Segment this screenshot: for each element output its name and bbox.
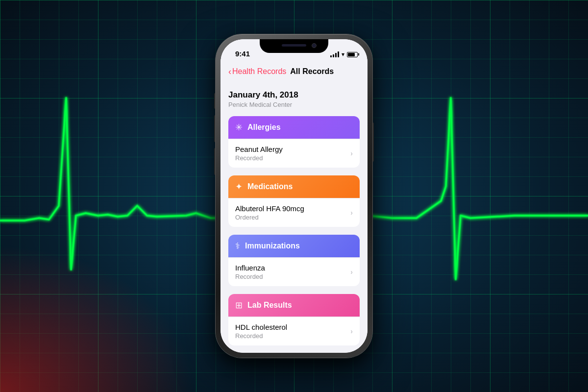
back-label: Health Records — [232, 67, 286, 76]
screen-content[interactable]: January 4th, 2018 Penick Medical Center … — [220, 82, 368, 353]
speaker — [282, 44, 306, 47]
allergies-title: Allergies — [247, 123, 281, 132]
record-date: January 4th, 2018 — [228, 90, 360, 100]
lab-results-icon: ⊞ — [235, 300, 243, 311]
list-item[interactable]: Albuterol HFA 90mcg Ordered › — [228, 198, 360, 227]
albuterol-info: Albuterol HFA 90mcg Ordered — [235, 204, 350, 221]
influenza-name: Influenza — [235, 264, 350, 272]
albuterol-status: Ordered — [235, 214, 350, 221]
nav-header: ‹ Health Records All Records — [220, 61, 368, 82]
peanut-allergy-info: Peanut Allergy Recorded — [235, 145, 350, 162]
influenza-info: Influenza Recorded — [235, 264, 350, 280]
battery-fill — [348, 53, 355, 56]
lab-results-header: ⊞ Lab Results — [228, 294, 360, 317]
signal-icon — [330, 51, 339, 57]
immunizations-header: ⚕ Immunizations — [228, 235, 360, 257]
list-item[interactable]: Peanut Allergy Recorded › — [228, 139, 360, 168]
status-icons: ▾ — [330, 51, 358, 58]
phone-device: 9:41 ▾ — [216, 34, 372, 358]
lab-results-card: ⊞ Lab Results HDL cholesterol Recorded › — [228, 294, 360, 345]
list-item[interactable]: Influenza Recorded › — [228, 257, 360, 286]
medications-icon: ✦ — [235, 181, 243, 192]
page-title: All Records — [290, 67, 334, 76]
immunizations-card: ⚕ Immunizations Influenza Recorded › — [228, 235, 360, 286]
status-time: 9:41 — [230, 49, 250, 58]
chevron-right-icon: › — [350, 327, 353, 335]
hdl-name: HDL cholesterol — [235, 323, 350, 331]
chevron-right-icon: › — [350, 209, 353, 217]
battery-icon — [347, 52, 358, 57]
albuterol-name: Albuterol HFA 90mcg — [235, 204, 350, 213]
allergies-icon: ✳︎ — [235, 122, 243, 133]
lab-results-title: Lab Results — [247, 301, 292, 310]
medications-card: ✦ Medications Albuterol HFA 90mcg Ordere… — [228, 175, 360, 227]
wifi-icon: ▾ — [342, 51, 344, 58]
chevron-right-icon: › — [350, 268, 353, 276]
notch — [260, 39, 328, 53]
phone-inner: 9:41 ▾ — [220, 39, 368, 353]
immunizations-title: Immunizations — [245, 242, 300, 250]
front-camera — [312, 43, 317, 48]
hdl-info: HDL cholesterol Recorded — [235, 323, 350, 340]
medications-header: ✦ Medications — [228, 175, 360, 198]
allergies-header: ✳︎ Allergies — [228, 116, 360, 139]
peanut-allergy-status: Recorded — [235, 154, 350, 162]
allergies-card: ✳︎ Allergies Peanut Allergy Recorded › — [228, 116, 360, 168]
back-button[interactable]: ‹ Health Records — [228, 67, 286, 77]
hdl-status: Recorded — [235, 332, 350, 340]
back-arrow-icon: ‹ — [228, 67, 231, 77]
medications-title: Medications — [247, 182, 293, 191]
influenza-status: Recorded — [235, 273, 350, 280]
immunizations-icon: ⚕ — [235, 241, 240, 251]
record-facility: Penick Medical Center — [228, 101, 360, 108]
chevron-right-icon: › — [350, 149, 353, 157]
list-item[interactable]: HDL cholesterol Recorded › — [228, 317, 360, 345]
power-button — [372, 122, 374, 162]
phone-frame: 9:41 ▾ — [216, 34, 372, 358]
phone-screen: 9:41 ▾ — [220, 39, 368, 353]
peanut-allergy-name: Peanut Allergy — [235, 145, 350, 153]
